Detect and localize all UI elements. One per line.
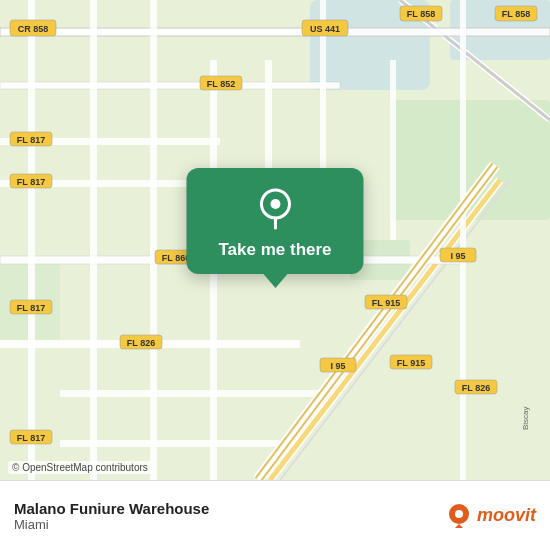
svg-rect-24 — [150, 0, 157, 480]
moovit-logo: moovit — [445, 502, 536, 530]
svg-text:I 95: I 95 — [330, 361, 345, 371]
map-callout[interactable]: Take me there — [186, 168, 363, 288]
svg-text:FL 858: FL 858 — [502, 9, 530, 19]
svg-text:I 95: I 95 — [450, 251, 465, 261]
place-city: Miami — [14, 517, 209, 532]
svg-rect-20 — [60, 390, 320, 397]
svg-text:FL 817: FL 817 — [17, 433, 45, 443]
svg-text:FL 915: FL 915 — [372, 298, 400, 308]
map-attribution: © OpenStreetMap contributors — [8, 461, 152, 474]
svg-point-69 — [270, 199, 280, 209]
svg-text:FL 817: FL 817 — [17, 177, 45, 187]
svg-rect-11 — [0, 28, 550, 36]
moovit-icon — [445, 502, 473, 530]
svg-rect-23 — [90, 0, 97, 480]
callout-pointer — [263, 274, 287, 288]
svg-text:FL 858: FL 858 — [407, 9, 435, 19]
svg-rect-28 — [390, 60, 396, 240]
svg-text:FL 817: FL 817 — [17, 135, 45, 145]
svg-text:FL 852: FL 852 — [207, 79, 235, 89]
svg-rect-29 — [460, 0, 466, 480]
svg-text:Biscay: Biscay — [521, 406, 530, 430]
svg-text:US 441: US 441 — [310, 24, 340, 34]
callout-box[interactable]: Take me there — [186, 168, 363, 274]
svg-text:FL 915: FL 915 — [397, 358, 425, 368]
svg-rect-13 — [0, 82, 340, 89]
place-name: Malano Funiure Warehouse — [14, 500, 209, 517]
svg-marker-73 — [455, 524, 463, 528]
moovit-text: moovit — [477, 505, 536, 526]
place-info: Malano Funiure Warehouse Miami — [14, 500, 209, 532]
svg-text:FL 817: FL 817 — [17, 303, 45, 313]
location-pin-icon — [253, 186, 297, 230]
svg-text:FL 826: FL 826 — [127, 338, 155, 348]
svg-rect-22 — [28, 0, 35, 480]
map-view: CR 858 US 441 FL 858 FL 858 FL 852 FL 81… — [0, 0, 550, 480]
svg-text:CR 858: CR 858 — [18, 24, 49, 34]
svg-point-72 — [455, 510, 463, 518]
svg-text:FL 826: FL 826 — [462, 383, 490, 393]
bottom-bar: Malano Funiure Warehouse Miami moovit — [0, 480, 550, 550]
callout-label: Take me there — [218, 240, 331, 260]
